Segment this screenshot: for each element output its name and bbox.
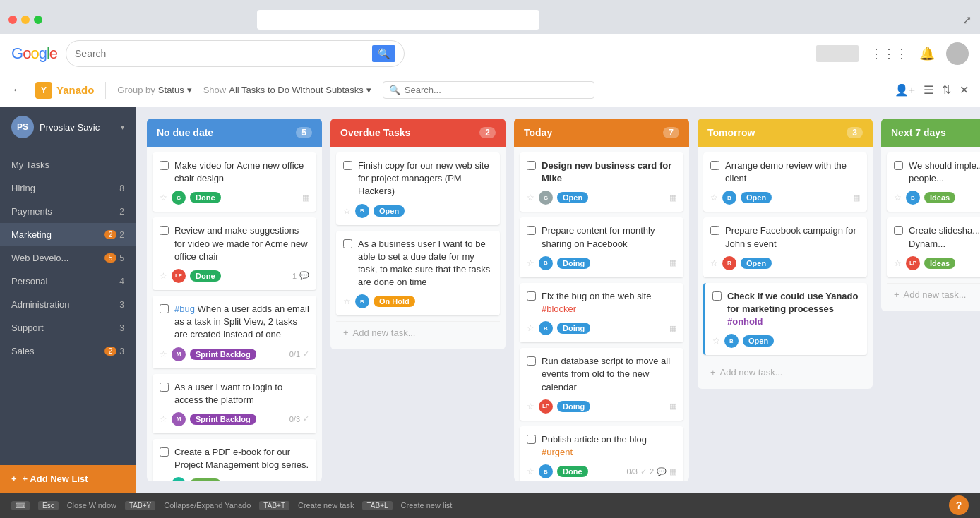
task-checkbox[interactable] [527, 291, 536, 301]
close-icon[interactable]: ✕ [960, 83, 969, 97]
avatar: M [172, 347, 186, 361]
task-checkbox[interactable] [160, 447, 169, 457]
add-task-button[interactable]: + Add new task... [887, 283, 980, 306]
task-checkbox[interactable] [527, 161, 536, 170]
group-by-value: Status [158, 85, 184, 95]
task-checkbox[interactable] [343, 161, 352, 170]
status-badge[interactable]: Done [190, 192, 221, 203]
task-checkbox[interactable] [527, 435, 536, 444]
star-icon[interactable]: ☆ [160, 193, 167, 203]
google-search-input[interactable] [75, 48, 366, 59]
star-icon[interactable]: ☆ [527, 402, 534, 411]
minimize-dot[interactable] [21, 16, 30, 24]
status-badge[interactable]: Open [743, 335, 774, 347]
avatar: G [539, 191, 553, 205]
task-checkbox[interactable] [160, 383, 169, 392]
star-icon[interactable]: ☆ [712, 336, 720, 346]
star-icon[interactable]: ☆ [160, 414, 167, 424]
toolbar-search[interactable]: 🔍 [383, 81, 594, 99]
status-badge[interactable]: Open [741, 258, 772, 269]
card: #bug When a user adds an email as a task… [153, 296, 316, 368]
card-footer: ☆ B Open [712, 334, 860, 348]
task-checkbox[interactable] [160, 161, 169, 170]
star-icon[interactable]: ☆ [527, 258, 534, 268]
task-checkbox[interactable] [710, 161, 719, 170]
sidebar-item-personal[interactable]: Personal 4 [0, 270, 136, 293]
add-user-icon[interactable]: 👤+ [895, 83, 915, 97]
star-icon[interactable]: ☆ [710, 193, 718, 203]
star-icon[interactable]: ☆ [160, 349, 167, 359]
google-search-button[interactable]: 🔍 [372, 45, 395, 62]
status-badge[interactable]: Ideas [190, 478, 221, 481]
task-checkbox[interactable] [894, 226, 903, 235]
sidebar-item-marketing[interactable]: Marketing 2 2 [0, 223, 136, 246]
expand-icon[interactable]: ⤢ [962, 13, 972, 27]
group-by-button[interactable]: Group by Status ▾ [117, 85, 191, 95]
star-icon[interactable]: ☆ [160, 271, 167, 281]
add-task-button[interactable]: + Add new task... [336, 321, 500, 344]
sidebar-item-payments[interactable]: Payments 2 [0, 200, 136, 223]
back-button[interactable]: ← [11, 83, 24, 97]
card: As a business user I want to be able to … [336, 231, 500, 316]
sidebar-item-my-tasks[interactable]: My Tasks [0, 153, 136, 176]
help-button[interactable]: ? [949, 495, 969, 515]
add-task-button[interactable]: + Add new task... [703, 361, 867, 383]
card: Prepare content for monthly sharing on F… [520, 217, 683, 277]
column-tomorrow: Tomorrow 3 Arrange demo review with the … [698, 119, 873, 389]
maximize-dot[interactable] [34, 16, 42, 24]
esc-key: Esc [38, 501, 59, 510]
task-checkbox[interactable] [160, 226, 169, 235]
sidebar-item-hiring[interactable]: Hiring 8 [0, 176, 136, 200]
task-checkbox[interactable] [527, 226, 536, 235]
star-icon[interactable]: ☆ [343, 296, 351, 306]
avatar: T [172, 477, 186, 481]
card-meta: ▦ [302, 193, 309, 203]
status-badge[interactable]: Doing [557, 323, 590, 334]
status-badge[interactable]: Ideas [924, 258, 955, 269]
status-badge[interactable]: Ideas [924, 192, 955, 203]
task-checkbox[interactable] [527, 356, 536, 366]
status-badge[interactable]: Doing [557, 258, 590, 269]
star-icon[interactable]: ☆ [527, 466, 534, 476]
status-badge[interactable]: Sprint Backlog [190, 414, 256, 425]
sidebar-item-label: Administration [11, 299, 119, 310]
status-badge[interactable]: Open [557, 192, 588, 203]
star-icon[interactable]: ☆ [710, 258, 718, 268]
sidebar-user[interactable]: PS Prvoslav Savic ▾ [0, 107, 136, 147]
status-badge[interactable]: Done [557, 466, 588, 477]
task-checkbox[interactable] [894, 161, 903, 170]
star-icon[interactable]: ☆ [160, 479, 167, 481]
status-badge[interactable]: Sprint Backlog [190, 349, 256, 360]
google-search-bar[interactable]: 🔍 [66, 40, 405, 67]
status-badge[interactable]: On Hold [374, 296, 415, 307]
star-icon[interactable]: ☆ [527, 193, 534, 203]
sidebar-item-sales[interactable]: Sales 2 3 [0, 339, 136, 363]
notification-icon[interactable]: 🔔 [919, 46, 935, 61]
star-icon[interactable]: ☆ [894, 193, 902, 203]
add-task-label: Add new task... [720, 367, 783, 378]
sidebar-item-administration[interactable]: Administration 3 [0, 293, 136, 316]
task-checkbox[interactable] [160, 304, 169, 313]
sidebar-item-support[interactable]: Support 3 [0, 316, 136, 339]
show-button[interactable]: Show All Tasks to Do Without Subtasks ▾ [203, 85, 371, 95]
show-value: All Tasks to Do Without Subtasks [229, 85, 364, 95]
task-checkbox[interactable] [710, 226, 719, 235]
apps-icon[interactable]: ⋮⋮⋮ [870, 46, 908, 61]
status-badge[interactable]: Done [190, 270, 221, 282]
star-icon[interactable]: ☆ [527, 323, 534, 333]
status-badge[interactable]: Open [741, 192, 772, 203]
google-avatar[interactable] [946, 42, 969, 65]
close-dot[interactable] [8, 16, 17, 24]
add-new-list-button[interactable]: + + Add New List [0, 465, 136, 493]
task-checkbox[interactable] [712, 291, 722, 301]
task-checkbox[interactable] [343, 239, 352, 248]
star-icon[interactable]: ☆ [894, 258, 902, 268]
star-icon[interactable]: ☆ [343, 206, 351, 216]
search-input[interactable] [405, 85, 588, 95]
status-badge[interactable]: Doing [557, 401, 590, 412]
browser-address-bar[interactable] [257, 10, 539, 30]
sidebar-item-web-develo[interactable]: Web Develo... 5 5 [0, 246, 136, 270]
collapse-icon[interactable]: ⇅ [942, 83, 951, 97]
status-badge[interactable]: Open [374, 205, 405, 217]
list-view-icon[interactable]: ☰ [924, 83, 933, 97]
